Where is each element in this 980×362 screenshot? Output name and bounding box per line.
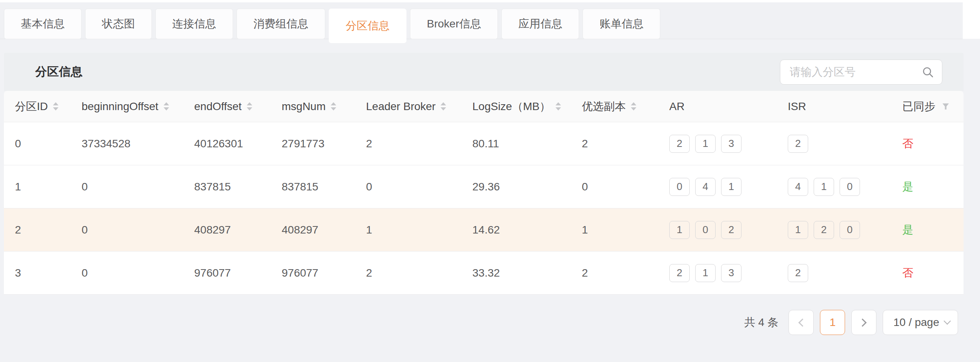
column-label-leader_broker: Leader Broker (366, 100, 435, 113)
caret-down-icon (53, 107, 58, 110)
ar-replica-tag: 1 (695, 135, 716, 153)
column-header-preferred_replica[interactable]: 优选副本 (571, 99, 658, 114)
tab-应用信息[interactable]: 应用信息 (501, 9, 579, 39)
cell-msg_num: 837815 (271, 181, 355, 193)
column-header-beginning_offset[interactable]: beginningOffset (71, 100, 183, 113)
tab-状态图[interactable]: 状态图 (85, 9, 152, 39)
cell-leader_broker: 0 (355, 181, 461, 193)
ar-replica-tag: 1 (669, 221, 690, 239)
pagination-next-button[interactable] (851, 310, 876, 335)
isr-replica-tag: 0 (840, 221, 860, 239)
sort-icon[interactable] (53, 102, 58, 110)
table-row-partition-2[interactable]: 20408297408297114.621102120是 (4, 208, 964, 252)
cell-end_offset: 408297 (183, 224, 271, 236)
isr-replica-tag: 2 (788, 264, 808, 282)
column-label-msg_num: msgNum (282, 100, 326, 113)
search-icon[interactable] (922, 66, 934, 78)
cell-synced: 否 (891, 266, 964, 281)
caret-up-icon (53, 102, 58, 105)
table-body: 037334528401263012791773280.1122132否1083… (4, 122, 964, 295)
sort-icon[interactable] (164, 102, 169, 110)
isr-replica-tag: 2 (814, 221, 834, 239)
table-row-partition-3[interactable]: 30976077976077233.3222132否 (4, 252, 964, 295)
partition-search-input[interactable] (790, 66, 922, 78)
cell-preferred_replica: 2 (571, 138, 658, 150)
isr-replica-tag: 1 (788, 221, 808, 239)
cell-partition_id: 3 (4, 267, 71, 279)
ar-replica-tag: 1 (721, 178, 741, 196)
table-row-partition-1[interactable]: 10837815837815029.360041410是 (4, 165, 964, 208)
ar-replica-tag: 2 (721, 221, 741, 239)
tab-消费组信息[interactable]: 消费组信息 (237, 9, 325, 39)
page-size-select[interactable]: 10 / page (883, 310, 958, 335)
cell-beginning_offset: 0 (71, 181, 183, 193)
cell-msg_num: 976077 (271, 267, 355, 279)
ar-replica-tag: 3 (721, 264, 741, 282)
pagination-prev-button[interactable] (789, 310, 814, 335)
pagination: 共 4 条 1 10 / page (744, 310, 958, 335)
partition-info-panel: 分区信息 分区IDbeginningOffsetendOffsetmsgNumL… (4, 53, 964, 295)
tab-连接信息[interactable]: 连接信息 (155, 9, 233, 39)
caret-down-icon (441, 107, 446, 110)
cell-isr: 410 (777, 178, 891, 196)
partition-search-box[interactable] (780, 60, 942, 85)
cell-beginning_offset: 0 (71, 267, 183, 279)
caret-down-icon (164, 107, 169, 110)
sort-icon[interactable] (247, 102, 252, 110)
column-label-partition_id: 分区ID (15, 99, 48, 114)
cell-partition_id: 0 (4, 138, 71, 150)
tab-分区信息[interactable]: 分区信息 (329, 9, 406, 43)
column-header-partition_id[interactable]: 分区ID (4, 99, 71, 114)
ar-replica-tag: 3 (721, 135, 741, 153)
isr-replica-tag: 0 (840, 178, 860, 196)
ar-replica-tag: 2 (669, 264, 690, 282)
column-header-ar: AR (658, 100, 777, 113)
panel-header: 分区信息 (4, 53, 964, 91)
caret-up-icon (331, 102, 336, 105)
cell-isr: 120 (777, 221, 891, 239)
cell-beginning_offset: 37334528 (71, 138, 183, 150)
ar-replica-tag: 2 (669, 135, 690, 153)
tab-Broker信息[interactable]: Broker信息 (410, 9, 498, 39)
cell-leader_broker: 2 (355, 138, 461, 150)
column-label-synced: 已同步 (902, 99, 935, 114)
column-label-isr: ISR (788, 100, 806, 113)
caret-down-icon (247, 107, 252, 110)
cell-log_size_mb: 29.36 (461, 181, 571, 193)
table-row-partition-0[interactable]: 037334528401263012791773280.1122132否 (4, 122, 964, 165)
isr-replica-tag: 2 (788, 135, 808, 153)
sort-icon[interactable] (556, 102, 561, 110)
panel-title: 分区信息 (35, 64, 82, 80)
column-label-preferred_replica: 优选副本 (582, 99, 626, 114)
caret-down-icon (331, 107, 336, 110)
cell-leader_broker: 1 (355, 224, 461, 236)
sort-icon[interactable] (331, 102, 336, 110)
synced-status: 是 (902, 223, 913, 237)
synced-status: 否 (902, 136, 913, 151)
column-label-end_offset: endOffset (194, 100, 242, 113)
column-header-synced[interactable]: 已同步 (891, 99, 964, 114)
sort-icon[interactable] (441, 102, 446, 110)
column-header-leader_broker[interactable]: Leader Broker (355, 100, 461, 113)
ar-replica-tag: 0 (669, 178, 690, 196)
tab-账单信息[interactable]: 账单信息 (583, 9, 660, 39)
cell-beginning_offset: 0 (71, 224, 183, 236)
filter-funnel-icon[interactable] (942, 103, 949, 110)
cell-partition_id: 1 (4, 181, 71, 193)
column-header-end_offset[interactable]: endOffset (183, 100, 271, 113)
pagination-page-1-button[interactable]: 1 (820, 310, 845, 335)
tab-基本信息[interactable]: 基本信息 (4, 9, 82, 39)
sort-icon[interactable] (631, 102, 636, 110)
column-header-msg_num[interactable]: msgNum (271, 100, 355, 113)
cell-msg_num: 408297 (271, 224, 355, 236)
table-header-row: 分区IDbeginningOffsetendOffsetmsgNumLeader… (4, 91, 964, 122)
cell-end_offset: 976077 (183, 267, 271, 279)
top-right-white-block (963, 0, 980, 39)
pagination-total: 共 4 条 (744, 315, 778, 330)
cell-preferred_replica: 2 (571, 267, 658, 279)
column-header-log_size_mb[interactable]: LogSize（MB） (461, 99, 571, 114)
cell-synced: 是 (891, 179, 964, 194)
chevron-right-icon (858, 318, 867, 326)
page-size-label: 10 / page (893, 316, 939, 329)
cell-isr: 2 (777, 264, 891, 282)
